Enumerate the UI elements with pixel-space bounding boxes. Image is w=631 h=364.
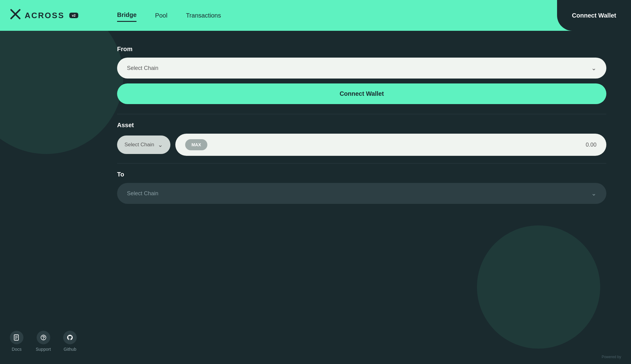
github-icon — [63, 331, 77, 344]
support-icon — [37, 331, 50, 344]
asset-chain-chevron-icon: ⌄ — [158, 141, 163, 148]
amount-value: 0.00 — [586, 142, 596, 148]
asset-amount-input[interactable]: MAX 0.00 — [175, 134, 606, 156]
asset-label: Asset — [117, 122, 606, 129]
nav-area: Bridge Pool Transactions — [105, 0, 631, 31]
to-chain-dropdown[interactable]: Select Chain ⌄ — [117, 183, 606, 204]
divider-1 — [117, 114, 606, 114]
nav-pool[interactable]: Pool — [155, 10, 167, 22]
logo-area: ACROSS v2 — [0, 0, 105, 31]
sidebar-links: Docs Support Github — [10, 331, 95, 352]
connect-wallet-main-button[interactable]: Connect Wallet — [117, 83, 606, 104]
asset-chain-dropdown[interactable]: Select Chain ⌄ — [117, 135, 170, 154]
sidebar-item-docs[interactable]: Docs — [10, 331, 23, 352]
main-content: Docs Support Github — [0, 31, 631, 364]
connect-wallet-header-button[interactable]: Connect Wallet — [557, 0, 631, 31]
header: ACROSS v2 Bridge Pool Transactions Conne… — [0, 0, 631, 31]
github-label: Github — [63, 347, 76, 352]
to-label: To — [117, 171, 606, 178]
sidebar: Docs Support Github — [0, 31, 105, 364]
logo-icon — [10, 9, 21, 22]
version-badge: v2 — [69, 13, 78, 18]
logo-text: ACROSS — [25, 11, 64, 20]
from-chain-chevron-icon: ⌄ — [591, 64, 596, 72]
sidebar-item-github[interactable]: Github — [63, 331, 77, 352]
to-section: To Select Chain ⌄ — [117, 171, 606, 204]
nav-transactions[interactable]: Transactions — [186, 10, 221, 22]
docs-label: Docs — [12, 347, 22, 352]
from-chain-dropdown[interactable]: Select Chain ⌄ — [117, 58, 606, 79]
asset-row: Select Chain ⌄ MAX 0.00 — [117, 134, 606, 156]
asset-section: Asset Select Chain ⌄ MAX 0.00 — [117, 122, 606, 156]
support-label: Support — [36, 347, 51, 352]
svg-point-7 — [43, 339, 44, 339]
to-chain-placeholder: Select Chain — [127, 190, 158, 197]
from-chain-placeholder: Select Chain — [127, 65, 158, 71]
bridge-panel: From Select Chain ⌄ Connect Wallet Asset… — [105, 31, 631, 364]
sidebar-item-support[interactable]: Support — [36, 331, 51, 352]
max-button[interactable]: MAX — [185, 139, 207, 150]
from-section: From Select Chain ⌄ Connect Wallet — [117, 46, 606, 107]
to-chain-chevron-icon: ⌄ — [591, 190, 596, 197]
nav-bridge[interactable]: Bridge — [117, 9, 136, 22]
asset-chain-placeholder: Select Chain — [124, 142, 154, 148]
from-label: From — [117, 46, 606, 53]
powered-by: Powered by — [602, 355, 621, 359]
divider-2 — [117, 163, 606, 164]
docs-icon — [10, 331, 23, 344]
